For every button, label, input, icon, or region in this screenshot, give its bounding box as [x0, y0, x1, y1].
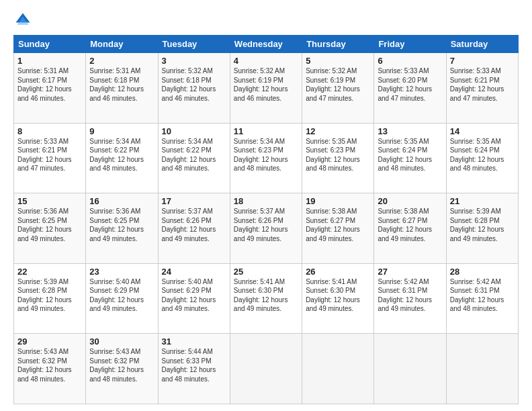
day-info: Sunrise: 5:43 AM Sunset: 6:32 PM Dayligh… — [89, 347, 154, 383]
sunset-label: Sunset: 6:24 PM — [450, 146, 500, 154]
daylight-label: Daylight: 12 hours and 49 minutes. — [234, 296, 288, 313]
sunrise-label: Sunrise: 5:34 AM — [89, 138, 140, 145]
day-number: 2 — [89, 56, 154, 66]
table-row: 6 Sunrise: 5:33 AM Sunset: 6:20 PM Dayli… — [374, 53, 446, 124]
table-row: 1 Sunrise: 5:31 AM Sunset: 6:17 PM Dayli… — [14, 53, 86, 124]
table-row: 16 Sunrise: 5:36 AM Sunset: 6:25 PM Dayl… — [86, 193, 158, 264]
table-row: 21 Sunrise: 5:39 AM Sunset: 6:28 PM Dayl… — [446, 193, 518, 264]
sunrise-label: Sunrise: 5:33 AM — [17, 138, 69, 145]
calendar-week-2: 15 Sunrise: 5:36 AM Sunset: 6:25 PM Dayl… — [14, 193, 519, 264]
day-info: Sunrise: 5:41 AM Sunset: 6:30 PM Dayligh… — [306, 277, 370, 314]
sunrise-label: Sunrise: 5:43 AM — [89, 348, 140, 355]
col-friday: Friday — [374, 36, 446, 53]
day-info: Sunrise: 5:35 AM Sunset: 6:24 PM Dayligh… — [378, 137, 442, 173]
table-row: 18 Sunrise: 5:37 AM Sunset: 6:26 PM Dayl… — [230, 193, 302, 264]
table-row: 25 Sunrise: 5:41 AM Sunset: 6:30 PM Dayl… — [230, 263, 302, 334]
day-number: 3 — [162, 56, 226, 66]
table-row: 27 Sunrise: 5:42 AM Sunset: 6:31 PM Dayl… — [374, 263, 446, 334]
logo — [13, 11, 35, 30]
sunrise-label: Sunrise: 5:39 AM — [17, 278, 69, 285]
day-info: Sunrise: 5:34 AM Sunset: 6:22 PM Dayligh… — [162, 137, 226, 173]
day-number: 21 — [450, 196, 515, 206]
daylight-label: Daylight: 12 hours and 49 minutes. — [306, 296, 360, 313]
day-number: 17 — [162, 196, 226, 206]
table-row: 23 Sunrise: 5:40 AM Sunset: 6:29 PM Dayl… — [86, 263, 158, 334]
table-row: 4 Sunrise: 5:32 AM Sunset: 6:19 PM Dayli… — [230, 53, 302, 124]
calendar-week-4: 29 Sunrise: 5:43 AM Sunset: 6:32 PM Dayl… — [14, 334, 519, 404]
day-number: 30 — [89, 336, 154, 347]
day-number: 28 — [450, 267, 515, 277]
day-number: 22 — [17, 267, 82, 277]
table-row: 26 Sunrise: 5:41 AM Sunset: 6:30 PM Dayl… — [302, 263, 374, 334]
sunrise-label: Sunrise: 5:32 AM — [234, 67, 285, 75]
day-number: 23 — [89, 267, 154, 277]
sunset-label: Sunset: 6:23 PM — [306, 146, 355, 154]
daylight-label: Daylight: 12 hours and 47 minutes. — [378, 85, 432, 102]
table-row: 10 Sunrise: 5:34 AM Sunset: 6:22 PM Dayl… — [158, 123, 230, 193]
sunset-label: Sunset: 6:28 PM — [17, 287, 67, 294]
day-number: 16 — [89, 196, 154, 206]
day-info: Sunrise: 5:33 AM Sunset: 6:20 PM Dayligh… — [378, 66, 442, 103]
daylight-label: Daylight: 12 hours and 49 minutes. — [306, 226, 360, 242]
day-number: 13 — [378, 126, 442, 136]
table-row: 11 Sunrise: 5:34 AM Sunset: 6:23 PM Dayl… — [230, 123, 302, 193]
sunrise-label: Sunrise: 5:33 AM — [378, 67, 429, 75]
sunrise-label: Sunrise: 5:41 AM — [306, 278, 357, 285]
sunset-label: Sunset: 6:25 PM — [89, 217, 139, 224]
day-number: 8 — [17, 126, 82, 136]
day-number: 4 — [234, 56, 298, 66]
col-tuesday: Tuesday — [158, 36, 230, 53]
sunrise-label: Sunrise: 5:32 AM — [162, 67, 213, 75]
table-row: 13 Sunrise: 5:35 AM Sunset: 6:24 PM Dayl… — [374, 123, 446, 193]
table-row: 3 Sunrise: 5:32 AM Sunset: 6:18 PM Dayli… — [158, 53, 230, 124]
daylight-label: Daylight: 12 hours and 46 minutes. — [89, 85, 144, 102]
sunrise-label: Sunrise: 5:39 AM — [450, 208, 501, 215]
day-number: 12 — [306, 126, 370, 136]
table-row: 22 Sunrise: 5:39 AM Sunset: 6:28 PM Dayl… — [14, 263, 86, 334]
col-wednesday: Wednesday — [230, 36, 302, 53]
day-info: Sunrise: 5:35 AM Sunset: 6:24 PM Dayligh… — [450, 137, 515, 173]
daylight-label: Daylight: 12 hours and 48 minutes. — [89, 366, 144, 383]
daylight-label: Daylight: 12 hours and 48 minutes. — [162, 156, 216, 173]
day-number: 19 — [306, 196, 370, 206]
daylight-label: Daylight: 12 hours and 46 minutes. — [162, 85, 216, 102]
sunset-label: Sunset: 6:21 PM — [17, 146, 67, 154]
day-info: Sunrise: 5:41 AM Sunset: 6:30 PM Dayligh… — [234, 277, 298, 314]
sunset-label: Sunset: 6:30 PM — [306, 287, 355, 294]
day-number: 25 — [234, 267, 298, 277]
day-info: Sunrise: 5:32 AM Sunset: 6:19 PM Dayligh… — [234, 66, 298, 103]
daylight-label: Daylight: 12 hours and 46 minutes. — [234, 85, 288, 102]
sunrise-label: Sunrise: 5:44 AM — [162, 348, 213, 355]
sunrise-label: Sunrise: 5:32 AM — [306, 67, 357, 75]
sunset-label: Sunset: 6:29 PM — [162, 287, 212, 294]
table-row — [374, 334, 446, 404]
sunrise-label: Sunrise: 5:40 AM — [162, 278, 213, 285]
sunrise-label: Sunrise: 5:37 AM — [162, 208, 213, 215]
sunset-label: Sunset: 6:27 PM — [378, 217, 427, 224]
day-info: Sunrise: 5:33 AM Sunset: 6:21 PM Dayligh… — [17, 137, 82, 173]
table-row — [230, 334, 302, 404]
col-monday: Monday — [86, 36, 158, 53]
day-info: Sunrise: 5:33 AM Sunset: 6:21 PM Dayligh… — [450, 66, 515, 103]
sunset-label: Sunset: 6:23 PM — [234, 146, 283, 154]
day-info: Sunrise: 5:36 AM Sunset: 6:25 PM Dayligh… — [89, 207, 154, 243]
day-number: 31 — [162, 336, 226, 347]
daylight-label: Daylight: 12 hours and 49 minutes. — [89, 226, 144, 242]
page: Sunday Monday Tuesday Wednesday Thursday… — [0, 0, 532, 411]
sunrise-label: Sunrise: 5:35 AM — [306, 138, 357, 145]
day-info: Sunrise: 5:39 AM Sunset: 6:28 PM Dayligh… — [450, 207, 515, 243]
table-row: 29 Sunrise: 5:43 AM Sunset: 6:32 PM Dayl… — [14, 334, 86, 404]
sunset-label: Sunset: 6:26 PM — [234, 217, 283, 224]
day-number: 1 — [17, 56, 82, 66]
daylight-label: Daylight: 12 hours and 49 minutes. — [17, 296, 72, 313]
sunrise-label: Sunrise: 5:38 AM — [306, 208, 357, 215]
table-row: 19 Sunrise: 5:38 AM Sunset: 6:27 PM Dayl… — [302, 193, 374, 264]
calendar-week-1: 8 Sunrise: 5:33 AM Sunset: 6:21 PM Dayli… — [14, 123, 519, 193]
day-info: Sunrise: 5:42 AM Sunset: 6:31 PM Dayligh… — [450, 277, 515, 314]
day-info: Sunrise: 5:40 AM Sunset: 6:29 PM Dayligh… — [162, 277, 226, 314]
daylight-label: Daylight: 12 hours and 48 minutes. — [450, 296, 504, 313]
day-number: 26 — [306, 267, 370, 277]
sunset-label: Sunset: 6:21 PM — [450, 77, 500, 84]
calendar-body: 1 Sunrise: 5:31 AM Sunset: 6:17 PM Dayli… — [14, 53, 519, 404]
day-info: Sunrise: 5:44 AM Sunset: 6:33 PM Dayligh… — [162, 347, 226, 383]
